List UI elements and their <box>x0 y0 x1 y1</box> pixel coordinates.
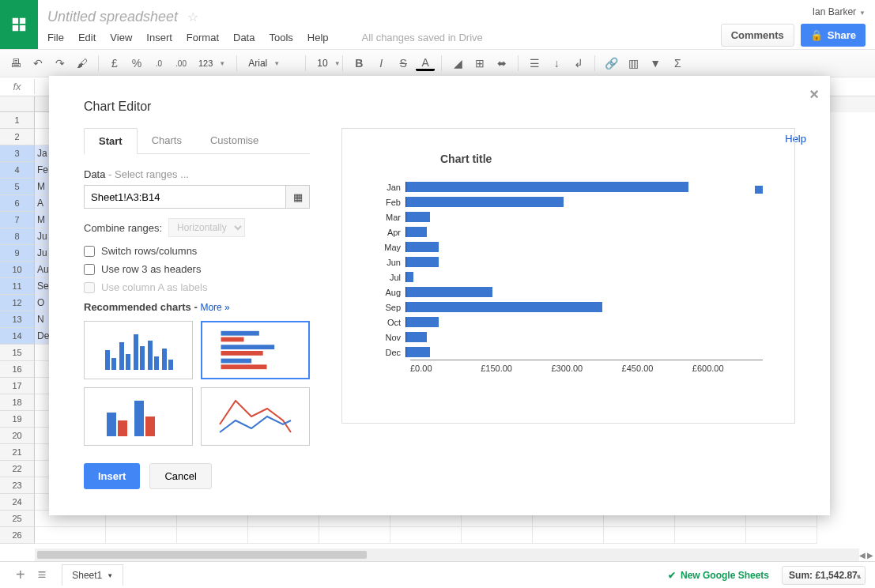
row-header[interactable]: 20 <box>0 428 35 444</box>
merge-icon[interactable]: ⬌ <box>492 54 511 73</box>
sum-display[interactable]: Sum: £1,542.87 <box>782 566 866 585</box>
row-header[interactable]: 23 <box>0 477 35 494</box>
row-header[interactable]: 22 <box>0 461 35 477</box>
undo-icon[interactable]: ↶ <box>28 54 47 73</box>
menu-data[interactable]: Data <box>233 32 255 43</box>
print-icon[interactable]: 🖶 <box>6 54 25 73</box>
cell[interactable] <box>533 527 604 544</box>
row-header[interactable]: 18 <box>0 394 35 411</box>
row-header[interactable]: 26 <box>0 527 35 544</box>
row-header[interactable]: 2 <box>0 129 35 145</box>
borders-icon[interactable]: ⊞ <box>470 54 489 73</box>
row-header[interactable]: 4 <box>0 162 35 179</box>
cell[interactable] <box>604 527 675 544</box>
menu-file[interactable]: File <box>47 32 64 43</box>
row-header[interactable]: 13 <box>0 311 35 328</box>
select-range-icon[interactable]: ▦ <box>285 186 309 208</box>
doc-title[interactable]: Untitled spreadsheet <box>47 6 178 28</box>
menu-edit[interactable]: Edit <box>78 32 96 43</box>
cell[interactable] <box>462 527 533 544</box>
chart-thumb-column[interactable] <box>84 321 193 379</box>
more-link[interactable]: More » <box>200 302 229 313</box>
row-header[interactable]: 24 <box>0 494 35 511</box>
row-header[interactable]: 7 <box>0 212 35 228</box>
redo-icon[interactable]: ↷ <box>51 54 70 73</box>
valign-icon[interactable]: ↓ <box>547 54 566 73</box>
menu-tools[interactable]: Tools <box>269 32 292 43</box>
row-header[interactable]: 15 <box>0 345 35 361</box>
row-header[interactable]: 3 <box>0 145 35 162</box>
cell[interactable] <box>177 527 248 544</box>
row-header[interactable]: 19 <box>0 411 35 428</box>
comments-button[interactable]: Comments <box>721 24 794 47</box>
italic-icon[interactable]: I <box>371 54 390 73</box>
tab-start[interactable]: Start <box>84 128 138 154</box>
row-header[interactable]: 21 <box>0 444 35 461</box>
cell[interactable] <box>390 527 462 544</box>
cell[interactable] <box>35 527 106 544</box>
tab-charts[interactable]: Charts <box>138 128 196 153</box>
menu-format[interactable]: Format <box>187 32 219 43</box>
row-header[interactable]: 25 <box>0 511 35 527</box>
font-select[interactable]: Arial <box>243 56 299 70</box>
use-row-headers-checkbox[interactable]: Use row 3 as headers <box>84 263 310 275</box>
row-header[interactable]: 8 <box>0 228 35 245</box>
row-header[interactable]: 14 <box>0 328 35 345</box>
filter-icon[interactable]: ▼ <box>646 54 665 73</box>
combine-select[interactable]: Horizontally <box>168 218 245 237</box>
menu-insert[interactable]: Insert <box>146 32 172 43</box>
row-header[interactable]: 5 <box>0 179 35 195</box>
text-color-icon[interactable]: A <box>416 55 435 71</box>
wrap-icon[interactable]: ↲ <box>569 54 588 73</box>
row-header[interactable]: 16 <box>0 361 35 378</box>
fill-color-icon[interactable]: ◢ <box>448 54 467 73</box>
functions-icon[interactable]: Σ <box>668 54 687 73</box>
horizontal-scrollbar[interactable] <box>35 548 859 561</box>
row-header[interactable]: 10 <box>0 262 35 278</box>
close-icon[interactable]: × <box>809 85 819 104</box>
align-icon[interactable]: ☰ <box>525 54 544 73</box>
cell[interactable] <box>248 527 319 544</box>
row-header[interactable]: 6 <box>0 195 35 212</box>
all-sheets-icon[interactable]: ≡ <box>32 567 53 583</box>
tab-customise[interactable]: Customise <box>196 128 273 153</box>
cancel-button[interactable]: Cancel <box>149 463 211 489</box>
percent-btn[interactable]: % <box>127 54 146 73</box>
dec-minus-btn[interactable]: .0 <box>149 54 168 73</box>
range-input[interactable] <box>85 186 285 208</box>
cell[interactable] <box>106 527 177 544</box>
number-format-select[interactable]: 123 <box>194 57 230 70</box>
cell[interactable] <box>675 527 746 544</box>
dec-plus-btn[interactable]: .00 <box>172 54 190 73</box>
bold-icon[interactable]: B <box>349 54 368 73</box>
currency-btn[interactable]: £ <box>105 54 124 73</box>
row-header[interactable]: 17 <box>0 378 35 394</box>
share-button[interactable]: 🔒 Share <box>801 24 866 47</box>
font-size-select[interactable]: 10 <box>312 56 336 70</box>
menu-help[interactable]: Help <box>307 32 329 43</box>
row-header[interactable]: 1 <box>0 112 35 129</box>
menu-view[interactable]: View <box>110 32 132 43</box>
row-header[interactable]: 11 <box>0 278 35 295</box>
add-sheet-icon[interactable]: + <box>9 566 32 584</box>
cell[interactable] <box>746 527 817 544</box>
sheet-nav-arrows[interactable]: ◀▶ <box>859 551 873 560</box>
chart-icon[interactable]: ▥ <box>624 54 643 73</box>
star-icon[interactable]: ☆ <box>187 10 198 24</box>
new-sheets-badge[interactable]: ✔ New Google Sheets <box>668 570 769 581</box>
cell[interactable] <box>319 527 390 544</box>
row-header[interactable]: 9 <box>0 245 35 262</box>
switch-rows-checkbox[interactable]: Switch rows/columns <box>84 245 310 257</box>
chart-thumb-line[interactable] <box>201 387 310 446</box>
row-header[interactable]: 12 <box>0 295 35 311</box>
chart-thumb-grouped-column[interactable] <box>84 387 193 446</box>
use-col-labels-checkbox[interactable]: Use column A as labels <box>84 281 310 293</box>
paint-format-icon[interactable]: 🖌 <box>73 54 92 73</box>
sheet-tab[interactable]: Sheet1 ▼ <box>62 564 123 586</box>
select-all-corner[interactable] <box>0 96 35 112</box>
insert-button[interactable]: Insert <box>84 463 140 489</box>
app-logo[interactable] <box>0 0 38 49</box>
link-icon[interactable]: 🔗 <box>602 54 620 73</box>
strikethrough-icon[interactable]: S <box>394 54 413 73</box>
user-menu[interactable]: Ian Barker <box>813 6 866 17</box>
